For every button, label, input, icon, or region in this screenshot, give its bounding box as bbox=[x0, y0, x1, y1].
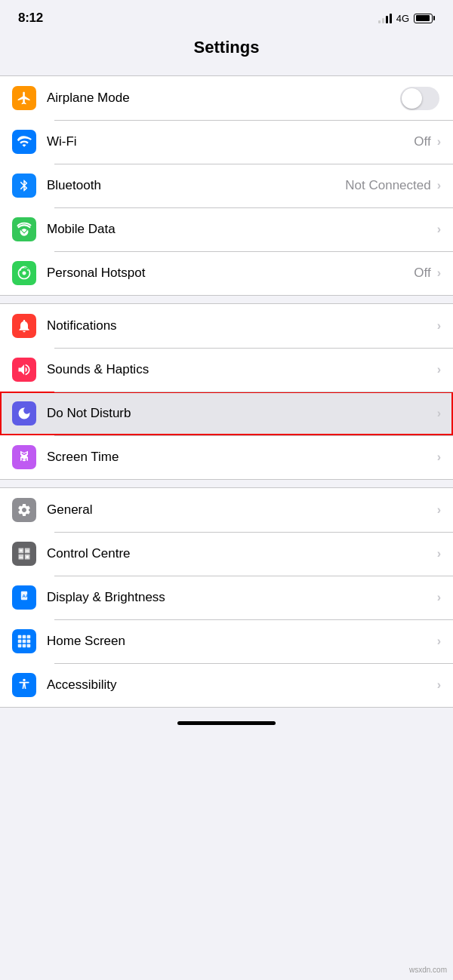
settings-item-sounds-haptics[interactable]: Sounds & Haptics › bbox=[0, 348, 453, 392]
sounds-icon bbox=[12, 358, 36, 382]
signal-icon bbox=[378, 13, 392, 23]
mobile-data-icon bbox=[12, 217, 36, 241]
personal-hotspot-value: Off bbox=[414, 266, 430, 281]
svg-rect-2 bbox=[26, 551, 29, 551]
notifications-chevron: › bbox=[437, 319, 441, 333]
control-centre-icon bbox=[12, 542, 36, 566]
control-centre-label: Control Centre bbox=[47, 546, 436, 561]
sounds-haptics-chevron: › bbox=[437, 363, 441, 376]
bluetooth-icon bbox=[12, 174, 36, 198]
settings-item-wifi[interactable]: Wi-Fi Off › bbox=[0, 120, 453, 164]
settings-item-do-not-disturb[interactable]: Do Not Disturb › bbox=[0, 392, 453, 435]
svg-rect-13 bbox=[23, 644, 26, 648]
settings-item-general[interactable]: General › bbox=[0, 488, 453, 532]
battery-icon bbox=[414, 14, 435, 23]
svg-rect-9 bbox=[18, 640, 22, 644]
general-chevron: › bbox=[437, 503, 441, 517]
control-centre-chevron: › bbox=[437, 547, 441, 561]
svg-rect-11 bbox=[27, 640, 31, 644]
svg-rect-3 bbox=[19, 557, 23, 558]
home-bar bbox=[177, 721, 276, 725]
settings-item-airplane-mode[interactable]: Airplane Mode bbox=[0, 76, 453, 120]
settings-group-display: General › Control Centre › AA Display & … bbox=[0, 487, 453, 708]
notifications-label: Notifications bbox=[47, 318, 436, 333]
settings-item-personal-hotspot[interactable]: Personal Hotspot Off › bbox=[0, 251, 453, 295]
bluetooth-chevron: › bbox=[437, 179, 441, 192]
accessibility-label: Accessibility bbox=[47, 677, 436, 693]
do-not-disturb-label: Do Not Disturb bbox=[47, 406, 436, 421]
settings-item-screen-time[interactable]: Screen Time › bbox=[0, 435, 453, 479]
wifi-icon bbox=[12, 130, 36, 154]
personal-hotspot-label: Personal Hotspot bbox=[47, 266, 414, 281]
home-screen-icon bbox=[12, 629, 36, 653]
display-brightness-label: Display & Brightness bbox=[47, 590, 436, 605]
wifi-chevron: › bbox=[437, 135, 441, 149]
status-time: 8:12 bbox=[18, 11, 43, 26]
display-brightness-icon: AA bbox=[12, 585, 36, 610]
svg-text:AA: AA bbox=[23, 594, 29, 598]
bluetooth-label: Bluetooth bbox=[47, 178, 345, 193]
status-icons: 4G bbox=[378, 13, 435, 24]
accessibility-chevron: › bbox=[437, 678, 441, 692]
settings-item-mobile-data[interactable]: Mobile Data › bbox=[0, 207, 453, 251]
personal-hotspot-chevron: › bbox=[437, 266, 441, 280]
svg-rect-14 bbox=[27, 644, 31, 648]
svg-rect-10 bbox=[23, 640, 26, 644]
network-label: 4G bbox=[396, 13, 409, 24]
screen-time-chevron: › bbox=[437, 450, 441, 464]
wifi-label: Wi-Fi bbox=[47, 134, 414, 149]
hotspot-icon bbox=[12, 261, 36, 285]
do-not-disturb-chevron: › bbox=[437, 407, 441, 420]
settings-item-control-centre[interactable]: Control Centre › bbox=[0, 532, 453, 576]
svg-rect-6 bbox=[18, 635, 22, 639]
do-not-disturb-icon bbox=[12, 401, 36, 425]
svg-rect-12 bbox=[18, 644, 22, 648]
accessibility-icon bbox=[12, 673, 36, 697]
page-title: Settings bbox=[0, 32, 453, 68]
general-icon bbox=[12, 498, 36, 522]
home-screen-chevron: › bbox=[437, 634, 441, 648]
airplane-mode-label: Airplane Mode bbox=[47, 91, 400, 106]
home-indicator bbox=[0, 714, 453, 728]
airplane-mode-icon bbox=[12, 86, 36, 110]
mobile-data-chevron: › bbox=[437, 223, 441, 236]
svg-rect-7 bbox=[23, 635, 26, 639]
bluetooth-value: Not Connected bbox=[345, 178, 430, 193]
airplane-mode-toggle[interactable] bbox=[400, 87, 439, 110]
screen-time-icon bbox=[12, 445, 36, 469]
settings-item-accessibility[interactable]: Accessibility › bbox=[0, 663, 453, 707]
display-brightness-chevron: › bbox=[437, 591, 441, 604]
sounds-haptics-label: Sounds & Haptics bbox=[47, 362, 436, 377]
settings-group-connectivity: Airplane Mode Wi-Fi Off › Bluetooth Not … bbox=[0, 75, 453, 296]
notifications-icon bbox=[12, 314, 36, 338]
general-label: General bbox=[47, 502, 436, 518]
svg-point-15 bbox=[23, 679, 25, 681]
svg-point-0 bbox=[20, 549, 22, 551]
settings-item-notifications[interactable]: Notifications › bbox=[0, 304, 453, 348]
settings-group-notifications: Notifications › Sounds & Haptics › Do No… bbox=[0, 303, 453, 480]
svg-point-1 bbox=[26, 556, 29, 558]
status-bar: 8:12 4G bbox=[0, 0, 453, 32]
settings-item-display-brightness[interactable]: AA Display & Brightness › bbox=[0, 576, 453, 619]
home-screen-label: Home Screen bbox=[47, 634, 436, 649]
wifi-value: Off bbox=[414, 134, 430, 149]
screen-time-label: Screen Time bbox=[47, 450, 436, 465]
watermark: wsxdn.com bbox=[409, 966, 447, 974]
svg-rect-8 bbox=[27, 635, 31, 639]
mobile-data-label: Mobile Data bbox=[47, 222, 436, 237]
settings-item-home-screen[interactable]: Home Screen › bbox=[0, 619, 453, 663]
settings-item-bluetooth[interactable]: Bluetooth Not Connected › bbox=[0, 164, 453, 207]
